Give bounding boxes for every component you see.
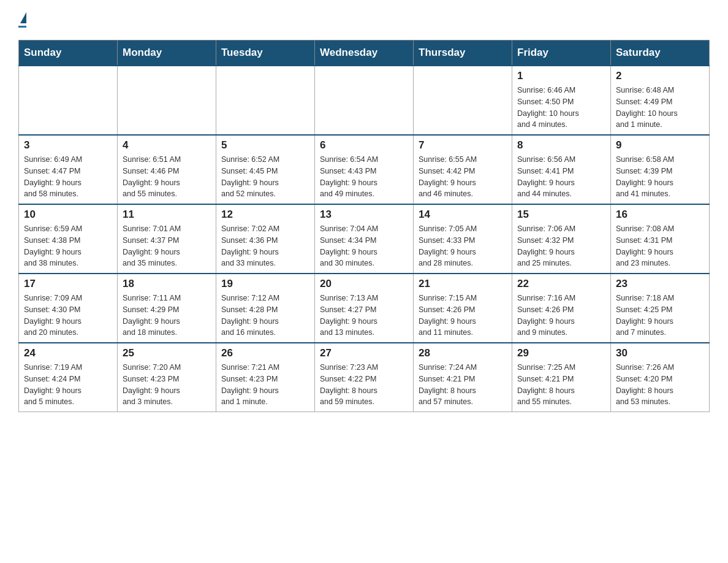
day-info: Sunrise: 7:02 AM Sunset: 4:36 PM Dayligh… (221, 223, 309, 269)
week-row-5: 24Sunrise: 7:19 AM Sunset: 4:24 PM Dayli… (19, 343, 710, 412)
week-row-4: 17Sunrise: 7:09 AM Sunset: 4:30 PM Dayli… (19, 274, 710, 343)
calendar-cell (315, 66, 414, 135)
calendar-cell: 25Sunrise: 7:20 AM Sunset: 4:23 PM Dayli… (118, 343, 216, 412)
day-number: 4 (123, 139, 211, 151)
day-number: 21 (419, 278, 507, 290)
calendar-cell (19, 66, 118, 135)
day-info: Sunrise: 7:05 AM Sunset: 4:33 PM Dayligh… (419, 223, 507, 269)
week-row-2: 3Sunrise: 6:49 AM Sunset: 4:47 PM Daylig… (19, 135, 710, 204)
calendar-cell: 10Sunrise: 6:59 AM Sunset: 4:38 PM Dayli… (19, 204, 118, 274)
day-info: Sunrise: 6:46 AM Sunset: 4:50 PM Dayligh… (517, 85, 605, 131)
day-number: 3 (24, 139, 112, 151)
calendar-cell: 1Sunrise: 6:46 AM Sunset: 4:50 PM Daylig… (512, 66, 611, 135)
day-info: Sunrise: 7:26 AM Sunset: 4:20 PM Dayligh… (616, 362, 704, 408)
day-info: Sunrise: 6:51 AM Sunset: 4:46 PM Dayligh… (123, 154, 211, 200)
day-info: Sunrise: 7:09 AM Sunset: 4:30 PM Dayligh… (24, 293, 112, 339)
day-info: Sunrise: 7:24 AM Sunset: 4:21 PM Dayligh… (419, 362, 507, 408)
day-number: 13 (320, 209, 408, 221)
day-number: 23 (616, 278, 704, 290)
calendar-cell: 3Sunrise: 6:49 AM Sunset: 4:47 PM Daylig… (19, 135, 118, 204)
calendar-cell: 19Sunrise: 7:12 AM Sunset: 4:28 PM Dayli… (216, 274, 315, 343)
day-number: 6 (320, 139, 408, 151)
day-info: Sunrise: 7:18 AM Sunset: 4:25 PM Dayligh… (616, 293, 704, 339)
weekday-header-tuesday: Tuesday (216, 40, 315, 66)
calendar-cell: 18Sunrise: 7:11 AM Sunset: 4:29 PM Dayli… (118, 274, 216, 343)
day-number: 9 (616, 139, 704, 151)
calendar-cell: 7Sunrise: 6:55 AM Sunset: 4:42 PM Daylig… (414, 135, 512, 204)
calendar-cell: 26Sunrise: 7:21 AM Sunset: 4:23 PM Dayli… (216, 343, 315, 412)
day-number: 15 (517, 209, 605, 221)
week-row-1: 1Sunrise: 6:46 AM Sunset: 4:50 PM Daylig… (19, 66, 710, 135)
calendar-cell: 15Sunrise: 7:06 AM Sunset: 4:32 PM Dayli… (512, 204, 611, 274)
day-info: Sunrise: 7:23 AM Sunset: 4:22 PM Dayligh… (320, 362, 408, 408)
calendar-cell: 12Sunrise: 7:02 AM Sunset: 4:36 PM Dayli… (216, 204, 315, 274)
day-number: 27 (320, 347, 408, 359)
calendar-table: SundayMondayTuesdayWednesdayThursdayFrid… (18, 40, 710, 412)
logo-underline (18, 26, 26, 28)
day-number: 26 (221, 347, 309, 359)
day-info: Sunrise: 6:54 AM Sunset: 4:43 PM Dayligh… (320, 154, 408, 200)
logo (18, 12, 26, 28)
day-number: 29 (517, 347, 605, 359)
day-info: Sunrise: 6:49 AM Sunset: 4:47 PM Dayligh… (24, 154, 112, 200)
weekday-header-sunday: Sunday (19, 40, 118, 66)
day-info: Sunrise: 7:19 AM Sunset: 4:24 PM Dayligh… (24, 362, 112, 408)
calendar-cell: 5Sunrise: 6:52 AM Sunset: 4:45 PM Daylig… (216, 135, 315, 204)
day-info: Sunrise: 7:04 AM Sunset: 4:34 PM Dayligh… (320, 223, 408, 269)
day-info: Sunrise: 6:59 AM Sunset: 4:38 PM Dayligh… (24, 223, 112, 269)
calendar-cell: 17Sunrise: 7:09 AM Sunset: 4:30 PM Dayli… (19, 274, 118, 343)
day-number: 7 (419, 139, 507, 151)
page-header (18, 12, 710, 28)
day-info: Sunrise: 6:52 AM Sunset: 4:45 PM Dayligh… (221, 154, 309, 200)
day-number: 8 (517, 139, 605, 151)
day-info: Sunrise: 6:58 AM Sunset: 4:39 PM Dayligh… (616, 154, 704, 200)
day-number: 25 (123, 347, 211, 359)
day-number: 19 (221, 278, 309, 290)
calendar-cell: 14Sunrise: 7:05 AM Sunset: 4:33 PM Dayli… (414, 204, 512, 274)
day-number: 24 (24, 347, 112, 359)
day-number: 17 (24, 278, 112, 290)
calendar-cell: 20Sunrise: 7:13 AM Sunset: 4:27 PM Dayli… (315, 274, 414, 343)
calendar-cell: 23Sunrise: 7:18 AM Sunset: 4:25 PM Dayli… (611, 274, 710, 343)
day-number: 11 (123, 209, 211, 221)
day-info: Sunrise: 6:55 AM Sunset: 4:42 PM Dayligh… (419, 154, 507, 200)
calendar-cell: 2Sunrise: 6:48 AM Sunset: 4:49 PM Daylig… (611, 66, 710, 135)
weekday-header-thursday: Thursday (414, 40, 512, 66)
day-number: 2 (616, 70, 704, 82)
calendar-cell: 9Sunrise: 6:58 AM Sunset: 4:39 PM Daylig… (611, 135, 710, 204)
day-info: Sunrise: 6:56 AM Sunset: 4:41 PM Dayligh… (517, 154, 605, 200)
day-info: Sunrise: 7:16 AM Sunset: 4:26 PM Dayligh… (517, 293, 605, 339)
day-info: Sunrise: 7:08 AM Sunset: 4:31 PM Dayligh… (616, 223, 704, 269)
day-number: 10 (24, 209, 112, 221)
day-number: 18 (123, 278, 211, 290)
day-number: 22 (517, 278, 605, 290)
week-row-3: 10Sunrise: 6:59 AM Sunset: 4:38 PM Dayli… (19, 204, 710, 274)
calendar-cell: 4Sunrise: 6:51 AM Sunset: 4:46 PM Daylig… (118, 135, 216, 204)
day-info: Sunrise: 7:21 AM Sunset: 4:23 PM Dayligh… (221, 362, 309, 408)
day-number: 28 (419, 347, 507, 359)
calendar-cell: 28Sunrise: 7:24 AM Sunset: 4:21 PM Dayli… (414, 343, 512, 412)
calendar-cell: 16Sunrise: 7:08 AM Sunset: 4:31 PM Dayli… (611, 204, 710, 274)
day-number: 20 (320, 278, 408, 290)
logo-triangle-icon (20, 12, 26, 23)
calendar-cell: 8Sunrise: 6:56 AM Sunset: 4:41 PM Daylig… (512, 135, 611, 204)
calendar-cell: 22Sunrise: 7:16 AM Sunset: 4:26 PM Dayli… (512, 274, 611, 343)
calendar-cell (216, 66, 315, 135)
day-number: 12 (221, 209, 309, 221)
weekday-header-friday: Friday (512, 40, 611, 66)
weekday-header-wednesday: Wednesday (315, 40, 414, 66)
day-info: Sunrise: 7:01 AM Sunset: 4:37 PM Dayligh… (123, 223, 211, 269)
day-info: Sunrise: 7:12 AM Sunset: 4:28 PM Dayligh… (221, 293, 309, 339)
calendar-cell: 6Sunrise: 6:54 AM Sunset: 4:43 PM Daylig… (315, 135, 414, 204)
day-info: Sunrise: 7:11 AM Sunset: 4:29 PM Dayligh… (123, 293, 211, 339)
calendar-cell: 30Sunrise: 7:26 AM Sunset: 4:20 PM Dayli… (611, 343, 710, 412)
day-number: 14 (419, 209, 507, 221)
day-info: Sunrise: 7:15 AM Sunset: 4:26 PM Dayligh… (419, 293, 507, 339)
calendar-cell: 21Sunrise: 7:15 AM Sunset: 4:26 PM Dayli… (414, 274, 512, 343)
calendar-cell: 11Sunrise: 7:01 AM Sunset: 4:37 PM Dayli… (118, 204, 216, 274)
calendar-cell (118, 66, 216, 135)
weekday-header-row: SundayMondayTuesdayWednesdayThursdayFrid… (19, 40, 710, 66)
day-number: 16 (616, 209, 704, 221)
day-info: Sunrise: 7:06 AM Sunset: 4:32 PM Dayligh… (517, 223, 605, 269)
calendar-cell: 13Sunrise: 7:04 AM Sunset: 4:34 PM Dayli… (315, 204, 414, 274)
